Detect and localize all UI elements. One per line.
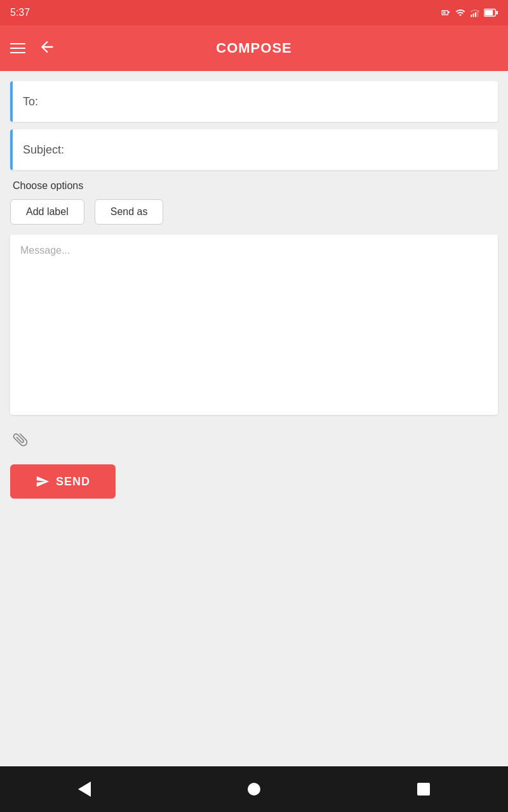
svg-rect-1 [473,13,474,16]
status-time: 5:37 [10,7,30,18]
subject-field-wrapper [10,129,498,170]
send-button[interactable]: SEND [10,464,116,499]
options-buttons: Add label Send as [10,199,498,225]
hamburger-menu-icon[interactable] [10,43,25,53]
nav-back-button[interactable] [65,776,104,802]
nav-home-icon [248,783,260,796]
nav-home-button[interactable] [235,778,273,801]
send-as-button[interactable]: Send as [95,199,164,225]
svg-rect-2 [475,12,476,16]
nav-back-icon [78,782,91,797]
bottom-nav [0,766,508,812]
main-content: Choose options Add label Send as SEND [0,71,508,766]
app-bar-title: COMPOSE [216,40,291,56]
back-button[interactable] [38,38,56,59]
send-button-label: SEND [56,475,90,488]
app-bar: COMPOSE [0,25,508,71]
message-wrapper [10,235,498,415]
status-icons [441,8,498,18]
add-label-button[interactable]: Add label [10,199,84,225]
svg-rect-0 [471,15,472,16]
wifi-icon [455,8,466,18]
status-bar: 5:37 [0,0,508,25]
choose-options-label: Choose options [13,180,498,192]
subject-input[interactable] [23,143,488,157]
battery-save-icon [441,8,451,18]
attachment-row [10,425,498,457]
svg-rect-5 [496,11,498,15]
signal-icon [470,8,480,18]
send-icon [36,475,50,488]
to-input[interactable] [23,95,488,108]
app-bar-left [10,38,56,59]
svg-rect-3 [477,11,478,16]
nav-recent-button[interactable] [404,778,443,801]
message-input[interactable] [10,235,498,412]
battery-icon [484,8,498,18]
svg-rect-6 [485,10,493,15]
nav-recent-icon [417,783,430,796]
to-field-wrapper [10,81,498,122]
attachment-icon[interactable] [8,427,36,455]
